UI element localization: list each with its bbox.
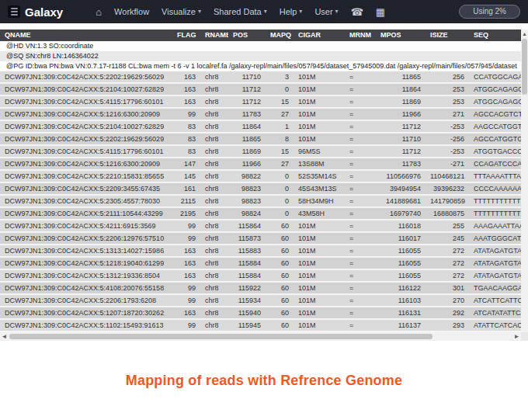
column-header-pos: POS — [228, 30, 266, 41]
grid-button[interactable]: ▦ — [376, 7, 385, 17]
cell-pos: 115873 — [228, 233, 266, 244]
cell-rname: chr8 — [200, 295, 228, 306]
cell-mrnm: = — [345, 307, 376, 318]
cell-isize: 141790859 — [426, 196, 469, 207]
chevron-down-icon: ▾ — [335, 9, 339, 15]
cell-qname: DCW97JN1:309:C0C42ACXX:5:1312:19336:8504 — [0, 270, 172, 281]
cell-pos: 11712 — [228, 96, 266, 107]
cell-cigar: 101M — [294, 84, 345, 95]
scrollbar-corner — [521, 332, 528, 341]
cell-rname: chr8 — [200, 307, 228, 318]
cell-mpos: 116137 — [376, 320, 426, 331]
cell-cigar: 101M — [294, 258, 345, 269]
cell-rname: chr8 — [200, 270, 228, 281]
cell-seq: ATCATTCATTC — [469, 295, 521, 306]
cell-isize: 272 — [426, 245, 469, 256]
nav-item-user[interactable]: User▾ — [314, 7, 338, 16]
cell-mapq: 60 — [266, 320, 294, 331]
phone-button[interactable]: ☎ — [351, 7, 363, 17]
cell-isize: 110468121 — [426, 171, 469, 182]
cell-qname: DCW97JN1:309:C0C42ACXX:5:2111:10544:4329… — [0, 208, 172, 219]
scroll-right-arrow-icon[interactable]: ► — [512, 332, 521, 341]
scroll-left-arrow-icon[interactable]: ◄ — [0, 332, 9, 341]
column-header-mpos: MPOS — [376, 30, 426, 41]
galaxy-logo[interactable]: Galaxy — [8, 5, 63, 19]
horizontal-scrollbar[interactable]: ◄ ► — [0, 332, 521, 341]
table-row: DCW97JN1:309:C0C42ACXX:5:1216:6300:20909… — [0, 109, 521, 121]
cell-mapq: 0 — [266, 171, 294, 182]
column-header-rname: RNAME — [200, 30, 228, 41]
chevron-down-icon: ▾ — [264, 9, 267, 15]
cell-mapq: 1 — [266, 121, 294, 132]
cell-cigar: 43M58H — [294, 208, 345, 219]
cell-mapq: 27 — [266, 109, 294, 120]
table-row: DCW97JN1:309:C0C42ACXX:5:4211:6915:35699… — [0, 220, 521, 233]
cell-flag: 161 — [172, 183, 200, 194]
cell-pos: 98823 — [228, 196, 266, 207]
cell-cigar: 101M — [294, 320, 345, 331]
cell-flag: 147 — [172, 158, 200, 169]
cell-flag: 163 — [172, 84, 200, 95]
cell-rname: chr8 — [200, 258, 228, 269]
cell-cigar: 101M — [294, 220, 345, 231]
cell-mpos: 11869 — [376, 96, 426, 107]
nav-item-shared-data[interactable]: Shared Data▾ — [214, 7, 267, 16]
cell-qname: DCW97JN1:309:C0C42ACXX:5:2206:12976:5751… — [0, 233, 172, 244]
cell-mapq: 60 — [266, 245, 294, 256]
cell-isize: -271 — [426, 158, 469, 169]
table-row: DCW97JN1:309:C0C42ACXX:5:1207:18720:3026… — [0, 307, 521, 320]
nav-item-label: Workflow — [114, 7, 149, 16]
cell-mrnm: = — [345, 320, 376, 331]
cell-flag: 163 — [172, 245, 200, 256]
table-row: DCW97JN1:309:C0C42ACXX:5:2206:12976:5751… — [0, 233, 521, 245]
table-row: DCW97JN1:309:C0C42ACXX:5:4115:17796:6010… — [0, 96, 521, 109]
cell-mpos: 11783 — [376, 158, 426, 169]
cell-isize: 16880875 — [426, 208, 469, 219]
horizontal-scroll-thumb[interactable] — [9, 334, 432, 339]
column-header-isize: ISIZE — [426, 30, 469, 41]
cell-isize: -253 — [426, 146, 469, 157]
cell-mapq: 60 — [266, 220, 294, 231]
cell-seq: TTTAAAATTTA — [469, 171, 521, 182]
column-header-cigar: CIGAR — [294, 30, 345, 41]
cell-flag: 2115 — [172, 196, 200, 207]
cell-qname: DCW97JN1:309:C0C42ACXX:5:1207:18720:3026… — [0, 307, 172, 318]
nav-item-workflow[interactable]: Workflow — [114, 7, 149, 16]
home-button[interactable]: ⌂ — [96, 7, 102, 17]
cell-flag: 145 — [172, 171, 200, 182]
cell-isize: 256 — [426, 71, 469, 82]
vertical-scrollbar[interactable]: ▲ ▼ — [521, 30, 528, 341]
cell-mpos: 11710 — [376, 134, 426, 144]
cell-cigar: 101M — [294, 96, 345, 107]
cell-qname: DCW97JN1:309:C0C42ACXX:5:2206:1793:6208 — [0, 295, 172, 306]
cell-isize: 272 — [426, 270, 469, 281]
column-header-mrnm: MRNM — [345, 30, 376, 41]
cell-isize: -256 — [426, 134, 469, 144]
table-row: DCW97JN1:309:C0C42ACXX:5:2206:1793:62089… — [0, 295, 521, 307]
scroll-up-arrow-icon[interactable]: ▲ — [521, 30, 528, 38]
cell-seq: CCCCAAAAAAA — [469, 183, 521, 194]
cell-rname: chr8 — [200, 171, 228, 182]
cell-cigar: 101M — [294, 121, 345, 132]
cell-mrnm: = — [345, 146, 376, 157]
nav-item-help[interactable]: Help▾ — [280, 7, 303, 16]
cell-rname: chr8 — [200, 96, 228, 107]
cell-seq: AGCCACGTCTC — [469, 109, 521, 120]
cell-mpos: 11865 — [376, 71, 426, 82]
cell-qname: DCW97JN1:309:C0C42ACXX:5:2305:4557:78030 — [0, 196, 172, 207]
cell-flag: 163 — [172, 307, 200, 318]
cell-qname: DCW97JN1:309:C0C42ACXX:5:4115:17796:6010… — [0, 96, 172, 107]
nav-item-visualize[interactable]: Visualize▾ — [162, 7, 201, 16]
cell-qname: DCW97JN1:309:C0C42ACXX:5:4108:20076:5515… — [0, 283, 172, 293]
cell-mapq: 15 — [266, 146, 294, 157]
sam-header-line: @HD VN:1.3 SO:coordinate — [0, 41, 521, 51]
table-row: DCW97JN1:309:C0C42ACXX:5:2210:15831:8565… — [0, 171, 521, 183]
cell-qname: DCW97JN1:309:C0C42ACXX:5:2104:10027:6282… — [0, 121, 172, 132]
cell-flag: 83 — [172, 146, 200, 157]
cell-qname: DCW97JN1:309:C0C42ACXX:5:2209:3455:67435 — [0, 183, 172, 194]
disk-usage-button[interactable]: Using 2% — [459, 5, 520, 19]
table-header-row: QNAMEFLAGRNAMEPOSMAPQCIGARMRNMMPOSISIZES… — [0, 30, 521, 41]
cell-seq: ATCATATATTCA — [469, 307, 521, 318]
vertical-scroll-thumb[interactable] — [522, 39, 527, 95]
cell-pos: 115945 — [228, 320, 266, 331]
